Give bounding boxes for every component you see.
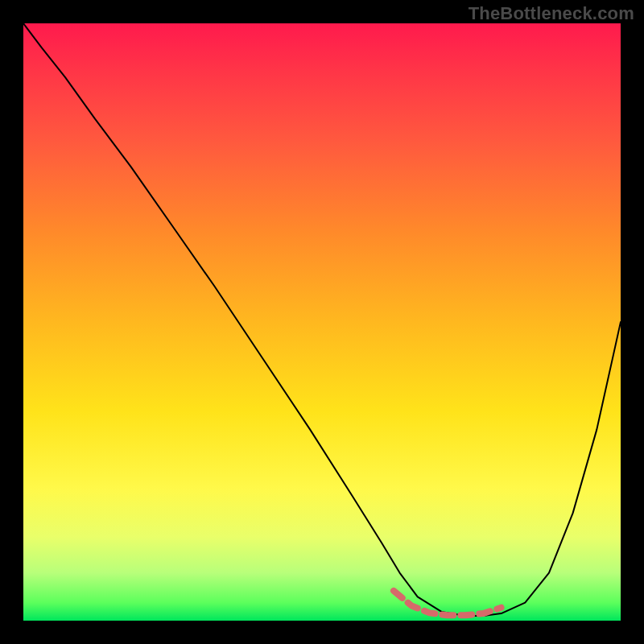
plot-area xyxy=(23,23,621,621)
chart-frame: TheBottleneck.com xyxy=(0,0,644,644)
trough-highlight xyxy=(394,591,502,615)
curve-layer xyxy=(23,23,621,621)
main-curve xyxy=(23,23,621,616)
watermark-text: TheBottleneck.com xyxy=(469,3,634,24)
